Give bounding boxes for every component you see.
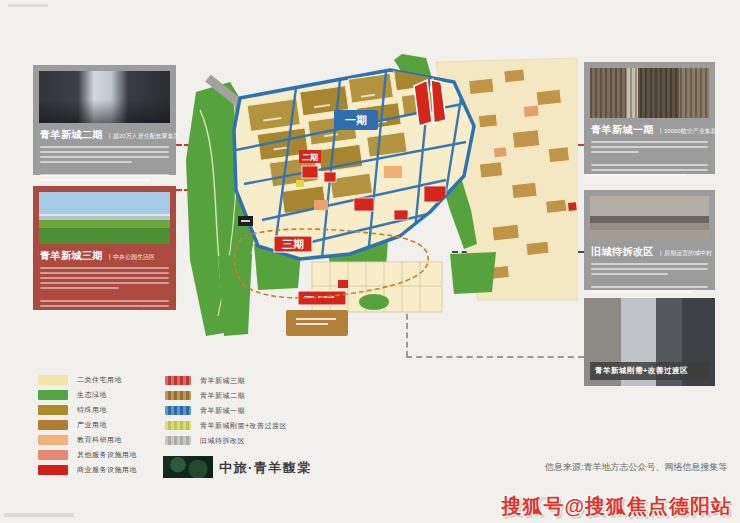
- legend-swatch: [38, 465, 68, 475]
- card-phase3-subtitle: 丨中央公园生活区: [107, 253, 155, 262]
- card-phase1: 青羊新城一期 丨10000航空产业集群: [584, 62, 715, 174]
- legend-row: 商业服务设施用地: [38, 462, 137, 477]
- card-phase3-body: [39, 267, 170, 312]
- legend-row: 旧城待拆改区: [165, 433, 287, 448]
- legend-row: 教育科研用地: [38, 432, 137, 447]
- card-phase2-subtitle: 丨超20万人居住配套聚集区: [107, 132, 180, 141]
- card-phase2-title: 青羊新城二期: [40, 128, 103, 142]
- legend-label: 特殊用地: [77, 405, 107, 415]
- legend-row: 二类住宅用地: [38, 372, 137, 387]
- card-phase2-body: [39, 146, 170, 181]
- card-oldtown: 旧城待拆改区 丨后期运营的城中村: [584, 190, 715, 290]
- legend-swatch: [165, 406, 191, 415]
- card-oldtown-title: 旧城待拆改区: [591, 245, 654, 259]
- legend-zones: 青羊新城三期 青羊新城二期 青羊新城一期 青羊新城刚需+改善过渡区 旧城待拆改区: [165, 373, 287, 448]
- corner-text-artifact: [8, 4, 48, 7]
- legend-row: 青羊新城一期: [165, 403, 287, 418]
- brand-logo-image: [163, 456, 213, 478]
- phase2-label: 二期: [299, 150, 321, 163]
- legend-label: 旧城待拆改区: [200, 436, 245, 446]
- svg-text:三期: 三期: [282, 238, 304, 250]
- legend-label: 青羊新城刚需+改善过渡区: [200, 421, 287, 431]
- legend-swatch: [38, 420, 68, 430]
- phase1-photo: [590, 68, 709, 118]
- legend-land-use: 二类住宅用地 生态绿地 特殊用地 产业用地 教育科研用地: [38, 372, 137, 477]
- legend-swatch: [38, 450, 68, 460]
- card-oldtown-subtitle: 丨后期运营的城中村: [658, 249, 712, 258]
- green-parcel-se: [450, 252, 496, 294]
- legend-swatch: [165, 421, 191, 430]
- phase1-label: 一期: [334, 110, 378, 130]
- brand-name: 中旅·青羊馥棠: [219, 459, 312, 477]
- legend-swatch: [165, 391, 191, 400]
- black-map-label: [238, 216, 253, 226]
- legend-label: 青羊新城二期: [200, 391, 245, 401]
- legend-label: 其他服务设施用地: [77, 450, 137, 460]
- south-industry-parcel: [286, 310, 348, 336]
- card-transition: 青羊新城刚需+改善过渡区: [584, 298, 715, 386]
- legend-swatch: [38, 435, 68, 445]
- phase3-label: 三期: [274, 236, 312, 252]
- legend-row: 产业用地: [38, 417, 137, 432]
- legend-label: 青羊新城三期: [200, 376, 245, 386]
- watermark-text: 搜狐号@搜狐焦点德阳站: [501, 493, 732, 520]
- legend-row: 青羊新城二期: [165, 388, 287, 403]
- legend-row: 青羊新城三期: [165, 373, 287, 388]
- legend-label: 生态绿地: [77, 390, 107, 400]
- phase3-photo: [39, 192, 170, 244]
- legend-swatch: [165, 376, 191, 385]
- legend-swatch: [38, 375, 68, 385]
- legend-label: 商业服务设施用地: [77, 465, 137, 475]
- card-phase1-subtitle: 丨10000航空产业集群: [658, 127, 717, 136]
- card-oldtown-body: [590, 263, 709, 293]
- legend-label: 产业用地: [77, 420, 107, 430]
- card-phase2: 青羊新城二期 丨超20万人居住配套聚集区: [33, 65, 176, 175]
- promo-map-poster: 一期 二期 三期 青羊新城二期 丨超20万人居住配套聚集区 青羊新城三期 丨中央…: [0, 0, 740, 523]
- phase2-photo: [39, 71, 170, 123]
- oldtown-photo: [590, 196, 709, 240]
- legend-row: 生态绿地: [38, 387, 137, 402]
- legend-swatch: [38, 405, 68, 415]
- source-note: 信息来源:青羊地方志公众号、网络信息搜集等: [545, 461, 728, 474]
- planning-map: 一期 二期 三期: [178, 48, 578, 378]
- legend-swatch: [38, 390, 68, 400]
- legend-row: 其他服务设施用地: [38, 447, 137, 462]
- legend-swatch: [165, 436, 191, 445]
- legend-label: 青羊新城一期: [200, 406, 245, 416]
- green-parcel-sw: [218, 254, 252, 336]
- card-transition-title: 青羊新城刚需+改善过渡区: [590, 362, 709, 380]
- legend-row: 青羊新城刚需+改善过渡区: [165, 418, 287, 433]
- svg-text:一期: 一期: [345, 114, 367, 126]
- card-phase1-body: [590, 141, 709, 176]
- corner-text-artifact: [4, 513, 74, 517]
- card-phase1-title: 青羊新城一期: [591, 123, 654, 137]
- legend-label: 二类住宅用地: [77, 375, 122, 385]
- svg-text:二期: 二期: [302, 153, 318, 162]
- legend-label: 教育科研用地: [77, 435, 122, 445]
- legend-row: 特殊用地: [38, 402, 137, 417]
- card-phase3-title: 青羊新城三期: [40, 249, 103, 263]
- card-phase3: 青羊新城三期 丨中央公园生活区: [33, 186, 176, 310]
